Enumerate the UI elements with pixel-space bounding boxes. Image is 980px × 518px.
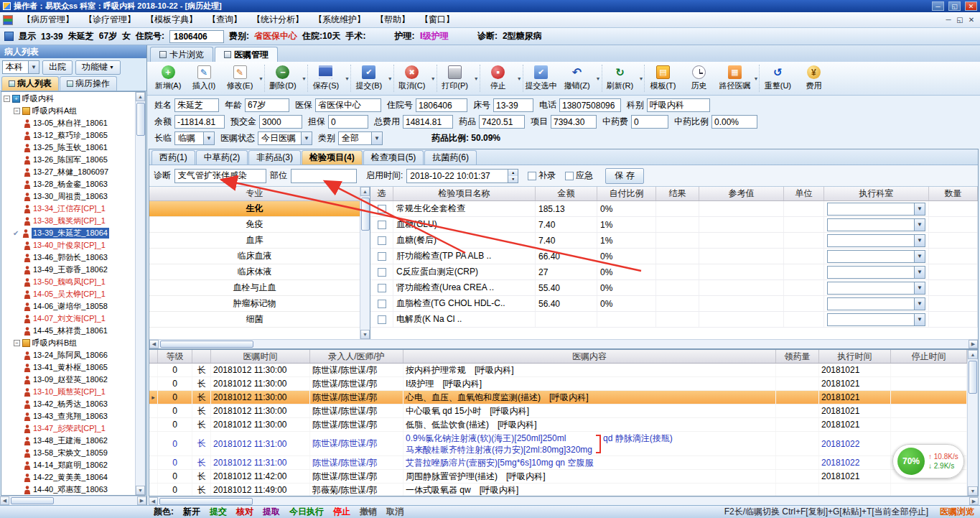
patient-item[interactable]: 14-22_黄美美_18064 [1, 471, 135, 484]
select-checkbox[interactable] [378, 300, 386, 308]
display-toggle[interactable]: 显示 [19, 30, 36, 42]
menu-item[interactable]: 【病历管理】 [17, 12, 79, 27]
order-row[interactable]: 0 长 20181012 11:42:00 陈世谋/陈世谋/郭 周围静脉置管护理… [149, 470, 967, 484]
exec-dept-select[interactable]: ▼ [827, 282, 925, 295]
orders-scrollbar[interactable]: ▲ ▼ [967, 350, 978, 496]
category-item[interactable]: 血库 [149, 233, 360, 249]
patient-item[interactable]: 13-46_郭勃长_18063 [1, 251, 135, 264]
column-header[interactable]: 金额 [536, 187, 597, 200]
lab-item-row[interactable]: 血糖(GLU) 7.40 1% ▼ [370, 217, 978, 233]
tree-group-item[interactable]: − 呼吸内科B组 [1, 337, 135, 349]
category-item[interactable]: 临床体液 [149, 264, 360, 280]
lab-item-row[interactable]: 常规生化全套检查 185.13 0% ▼ [370, 201, 978, 217]
field-input[interactable]: 7420.51 [479, 115, 525, 129]
patient-item[interactable]: 14-05_吴太铮[CP]_1 [1, 288, 135, 300]
column-header[interactable]: 参考值 [699, 187, 784, 200]
patient-item[interactable]: 13-38_魏奖炳[CP]_1 [1, 215, 135, 227]
scroll-right-icon[interactable]: ▶ [969, 340, 978, 348]
patient-item[interactable]: 13-10_顾慧英[CP]_1 [1, 386, 135, 398]
scroll-thumb[interactable] [11, 497, 54, 504]
order-category-tab[interactable]: 抗菌药(6) [424, 150, 477, 165]
toolbar-button-submit[interactable]: 提交(B) [351, 63, 387, 94]
dropdown-icon[interactable]: ▼ [914, 298, 925, 310]
toolbar-dropdown-icon[interactable]: ▼ [258, 65, 265, 92]
column-header[interactable] [192, 350, 211, 363]
toolbar-button-save[interactable]: 保存(S) [308, 63, 344, 94]
field-input[interactable]: -11814.81 [174, 115, 225, 129]
exec-dept-select[interactable]: ▼ [827, 266, 925, 279]
order-row[interactable]: 0 长 20181012 11:30:00 陈世谋/陈世谋/郭 低脂、低盐饮食(… [149, 418, 967, 432]
checkbox-icon[interactable] [528, 172, 536, 180]
lab-item-row[interactable]: C反应蛋白测定(CRP) 27 0% ▼ [370, 264, 978, 280]
function-key-button[interactable]: 功能键▼ [75, 60, 121, 75]
toolbar-button-add[interactable]: 新增(A) [150, 63, 186, 94]
exec-dept-select[interactable]: ▼ [827, 297, 925, 310]
column-header[interactable]: 选 [370, 187, 393, 200]
field-input[interactable]: 67岁 [245, 98, 289, 112]
toolbar-button-edit[interactable]: 修改(E) [222, 63, 258, 94]
dropdown-icon[interactable]: ▼ [301, 132, 312, 144]
patient-item[interactable]: 13-58_宋焕文_18059 [1, 447, 135, 459]
field-input[interactable]: 0 [328, 115, 368, 129]
patient-item[interactable]: 13-48_王建海_18062 [1, 435, 135, 447]
category-item[interactable]: 免疫 [149, 217, 360, 233]
scroll-down-icon[interactable]: ▼ [360, 330, 370, 339]
collapse-icon[interactable]: − [4, 96, 10, 102]
patient-item[interactable]: 13-42_杨秀达_18063 [1, 398, 135, 410]
sidebar-tab[interactable]: 病人列表 [1, 76, 59, 91]
toolbar-dropdown-icon[interactable]: ▼ [387, 65, 394, 92]
field-input[interactable]: 0 [631, 115, 668, 129]
tree-hscrollbar[interactable]: ◀ ▶ [0, 496, 146, 505]
toolbar-button-del[interactable]: 删除(D) [265, 63, 301, 94]
exec-dept-select[interactable]: ▼ [827, 234, 925, 247]
lab-item-row[interactable]: 血糖(餐后) 7.40 1% ▼ [370, 233, 978, 249]
scroll-down-icon[interactable]: ▼ [136, 486, 145, 495]
discharge-button[interactable]: 出院 [42, 60, 73, 75]
scroll-thumb[interactable] [361, 198, 370, 231]
order-row[interactable]: 0 长 20181012 11:30:00 陈世谋/陈世谋/郭 Ⅰ级护理 [呼吸… [149, 377, 967, 391]
scroll-thumb[interactable] [969, 361, 977, 394]
scroll-up-icon[interactable]: ▲ [968, 350, 978, 359]
save-button[interactable]: 保 存 [605, 168, 643, 184]
order-category-tab[interactable]: 非药品(3) [248, 150, 301, 165]
field-input[interactable]: 13807508096 [559, 98, 621, 112]
order-category-tab[interactable]: 检验项目(4) [302, 150, 363, 165]
patient-item[interactable]: 14-45_林祥贵_18061 [1, 325, 135, 337]
menu-item[interactable]: 【查询】 [202, 12, 247, 27]
exec-dept-select[interactable]: ▼ [827, 250, 925, 263]
field-input[interactable]: 呼吸内科 [647, 98, 710, 112]
toolbar-button-stop[interactable]: 停止 [480, 63, 516, 94]
scroll-left-icon[interactable]: ◀ [149, 497, 158, 505]
column-header[interactable]: 领药量 [776, 350, 819, 363]
toolbar-button-cancel[interactable]: 取消(C) [394, 63, 430, 94]
patient-item[interactable]: 13-05_林自祥_18061 [1, 117, 135, 129]
column-header[interactable]: 医嘱内容 [403, 350, 776, 363]
toolbar-dropdown-icon[interactable]: ▼ [752, 65, 760, 92]
tab-order-management[interactable]: 医嘱管理 [215, 47, 278, 62]
column-header[interactable]: 执行科室 [824, 187, 929, 200]
orders-hscrollbar[interactable]: ◀ ▶ [149, 496, 979, 505]
collapse-icon[interactable]: − [14, 340, 20, 346]
menu-item[interactable]: 【帮助】 [370, 12, 415, 27]
emergency-checkbox[interactable]: 应急 [565, 170, 593, 182]
select-checkbox[interactable] [378, 315, 386, 324]
dropdown-icon[interactable]: ▼ [371, 132, 382, 144]
scroll-down-icon[interactable]: ▼ [968, 486, 978, 496]
scroll-thumb[interactable] [160, 341, 253, 348]
maximize-button[interactable]: ◱ [948, 1, 961, 11]
lab-item-row[interactable]: 电解质(K Na Cl .. ▼ [370, 312, 978, 328]
toolbar-button-insert[interactable]: 插入(I) [186, 63, 222, 94]
column-header[interactable]: 录入人/医师/护 [310, 350, 403, 363]
select-checkbox[interactable] [378, 205, 386, 213]
tree-root-item[interactable]: − + 呼吸内科 [1, 93, 135, 105]
lab-hscrollbar[interactable]: ◀ ▶ [149, 339, 978, 348]
patient-item[interactable]: 13-49_王蓉香_18062 [1, 264, 135, 276]
dropdown-icon[interactable]: ▼ [28, 61, 39, 73]
minimize-button[interactable]: ─ [932, 1, 944, 11]
field-input[interactable]: 1806406 [416, 98, 467, 112]
toolbar-button-print[interactable]: 打印(P) [437, 63, 473, 94]
toolbar-button-undo[interactable]: 撤销(Z) [559, 63, 595, 94]
column-header[interactable]: 单位 [784, 187, 824, 200]
order-row[interactable]: ▸ 0 长 20181012 11:30:00 陈世谋/陈世谋/郭 心电、血压、… [149, 391, 967, 404]
toolbar-dropdown-icon[interactable]: ▼ [595, 65, 602, 92]
